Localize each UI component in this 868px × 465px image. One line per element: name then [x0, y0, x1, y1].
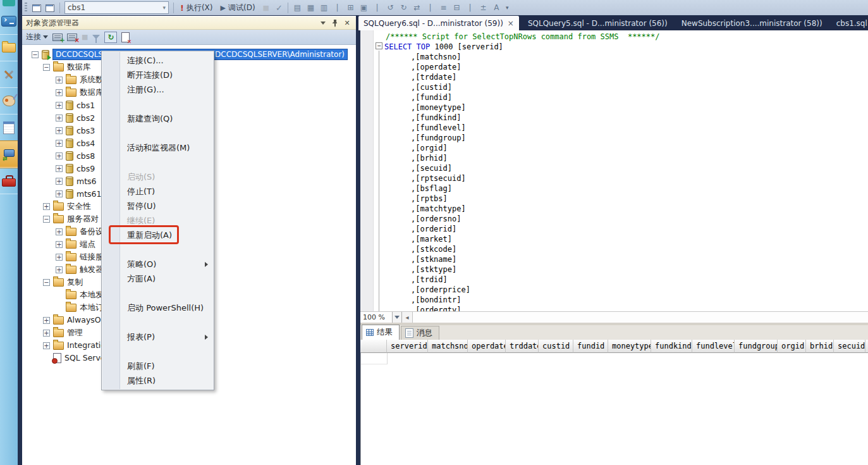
expander-icon[interactable]: [56, 178, 63, 185]
grid-column-header[interactable]: trddate: [506, 340, 539, 353]
dock-icon[interactable]: [0, 35, 18, 61]
expander-icon[interactable]: [43, 216, 50, 223]
editor-toolbar-icon[interactable]: |: [425, 3, 436, 13]
tab-results[interactable]: 结果: [362, 325, 400, 340]
context-menu-item[interactable]: 策略(O): [102, 257, 214, 271]
fold-collapse-icon[interactable]: −: [376, 42, 382, 49]
collapse-icon[interactable]: [32, 51, 39, 58]
tab-close-icon[interactable]: ×: [508, 19, 514, 28]
editor-toolbar-icon[interactable]: ▥: [319, 3, 329, 13]
toolbar-grip[interactable]: [25, 3, 27, 13]
window-position-icon[interactable]: [318, 18, 328, 28]
grid-column-header[interactable]: operdate: [468, 340, 506, 353]
grid-column-header[interactable]: orgid: [778, 340, 806, 353]
sql-code-editor[interactable]: − /****** Script for SelectTopNRows comm…: [360, 30, 868, 311]
document-tab[interactable]: cbs1.sql - D: [831, 16, 868, 30]
expander-icon[interactable]: [56, 254, 63, 261]
expander-icon[interactable]: [56, 165, 63, 172]
grid-corner-cell[interactable]: [360, 340, 387, 353]
editor-toolbar-icon[interactable]: ▣: [358, 3, 369, 13]
editor-toolbar-icon[interactable]: |: [372, 3, 382, 13]
filter-icon[interactable]: [92, 35, 100, 39]
grid-column-header[interactable]: custid: [539, 340, 573, 353]
editor-toolbar-icon[interactable]: ≡: [438, 3, 449, 13]
execute-button[interactable]: ! 执行(X): [176, 1, 217, 15]
report-error-icon[interactable]: [121, 32, 130, 42]
editor-toolbar-icon[interactable]: ⇄: [412, 3, 422, 13]
context-menu-item[interactable]: 连接(C)...: [102, 53, 214, 68]
disconnect-server-icon[interactable]: ×: [67, 34, 77, 41]
grid-column-header[interactable]: fundlevel: [692, 340, 735, 353]
connect-dropdown[interactable]: 连接: [26, 32, 48, 42]
dock-icon[interactable]: [0, 141, 18, 168]
debug-button[interactable]: ▶ 调试(D): [217, 1, 259, 15]
editor-toolbar-icon[interactable]: ↻: [398, 3, 409, 13]
expander-icon[interactable]: [56, 152, 63, 159]
grid-column-header[interactable]: matchsno: [428, 340, 468, 353]
pin-icon[interactable]: [330, 18, 340, 28]
editor-toolbar-icon[interactable]: ±: [478, 3, 489, 13]
expander-icon[interactable]: [43, 342, 50, 349]
tab-messages[interactable]: 消息: [401, 326, 439, 340]
document-tab[interactable]: SQLQuery6.sql - D...ministrator (59)) ×: [358, 16, 519, 30]
expander-icon[interactable]: [56, 115, 63, 121]
editor-toolbar-icon[interactable]: ↺: [385, 3, 396, 13]
expander-icon[interactable]: [56, 127, 63, 134]
editor-toolbar-icon[interactable]: ▤: [292, 3, 303, 13]
context-menu-item[interactable]: 活动和监视器(M): [102, 140, 214, 155]
editor-toolbar-icon[interactable]: |: [332, 3, 343, 13]
expander-icon[interactable]: [43, 317, 50, 324]
context-menu-item[interactable]: 新建查询(Q): [102, 111, 214, 126]
panel-divider[interactable]: [356, 16, 360, 465]
grid-column-header[interactable]: serverid: [387, 340, 428, 353]
document-tab[interactable]: NewSubscription3....ministrator (58)): [676, 16, 828, 30]
chevron-down-icon[interactable]: ▾: [162, 4, 166, 11]
expander-icon[interactable]: [43, 330, 50, 337]
expander-icon[interactable]: [56, 228, 63, 235]
context-menu-item[interactable]: 断开连接(D): [102, 68, 214, 82]
context-menu-item[interactable]: 报表(P): [102, 330, 214, 344]
dock-icon[interactable]: [0, 8, 18, 35]
zoom-dropdown-icon[interactable]: [393, 312, 402, 323]
expander-icon[interactable]: [43, 203, 50, 210]
grid-column-header[interactable]: brhid: [806, 340, 834, 353]
expander-icon[interactable]: [56, 241, 63, 248]
auto-refresh-icon[interactable]: ↻: [104, 32, 117, 43]
expander-icon[interactable]: [56, 140, 63, 147]
context-menu-item[interactable]: [102, 97, 214, 111]
dock-icon[interactable]: [0, 88, 18, 115]
expander-icon[interactable]: [56, 89, 63, 96]
editor-toolbar-icon[interactable]: |: [465, 3, 475, 13]
context-menu-item[interactable]: [102, 155, 214, 170]
connect-server-icon[interactable]: +: [52, 34, 63, 41]
query-window-icon[interactable]: [45, 3, 56, 13]
editor-toolbar-icon[interactable]: ⊟: [451, 3, 462, 13]
new-query-window-icon[interactable]: [32, 3, 42, 13]
context-menu-item[interactable]: 注册(G)...: [102, 82, 214, 97]
grid-column-header[interactable]: fundid: [573, 340, 608, 353]
grid-column-header[interactable]: secuid: [834, 340, 865, 353]
grid-column-header[interactable]: fundgroup: [735, 340, 778, 353]
dock-icon[interactable]: [0, 61, 18, 88]
dock-icon[interactable]: [0, 115, 18, 141]
expander-icon[interactable]: [56, 102, 63, 109]
context-menu-item[interactable]: 停止(T): [102, 184, 214, 199]
grid-column-header[interactable]: fundkind: [651, 340, 692, 353]
context-menu-item[interactable]: 启动(S): [102, 170, 214, 184]
editor-toolbar-icon[interactable]: ⊞: [345, 3, 356, 13]
hscrollbar-track[interactable]: [413, 312, 868, 323]
expander-icon[interactable]: [56, 77, 63, 84]
context-menu-item[interactable]: 继续(E): [102, 213, 214, 228]
context-menu-item[interactable]: [102, 315, 214, 330]
context-menu-item[interactable]: [102, 286, 214, 301]
context-menu-item[interactable]: 刷新(F): [102, 359, 214, 373]
dock-icon[interactable]: [0, 168, 18, 194]
context-menu-item[interactable]: 启动 PowerShell(H): [102, 301, 214, 315]
results-grid-body[interactable]: [360, 353, 868, 465]
close-icon[interactable]: ✕: [342, 18, 352, 28]
context-menu-item[interactable]: 暂停(U): [102, 199, 214, 213]
grid-column-header[interactable]: moneytype: [608, 340, 651, 353]
context-menu-item[interactable]: 重新启动(A): [102, 228, 214, 242]
context-menu-item[interactable]: 方面(A): [102, 271, 214, 286]
expander-icon[interactable]: [56, 266, 63, 273]
